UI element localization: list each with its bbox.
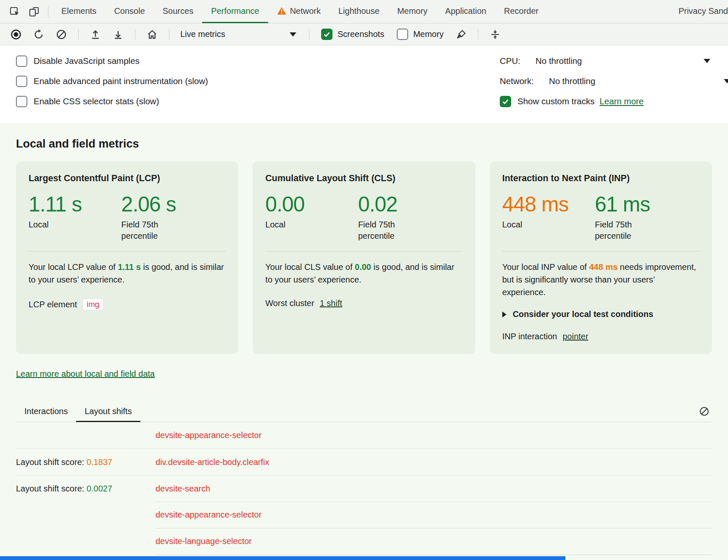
description-value: 1.11 s (118, 262, 141, 272)
checkbox-unchecked-icon (16, 96, 27, 107)
score-value: 0.0027 (87, 484, 112, 493)
reload-and-record-button[interactable] (29, 26, 49, 43)
local-value: 448 ms (502, 194, 595, 215)
garbage-collect-brush-icon[interactable] (451, 26, 471, 43)
layout-shift-row: devsite-appearance-selector (16, 502, 712, 528)
field-value: 61 ms (595, 194, 688, 215)
clear-button[interactable] (51, 26, 71, 43)
tab-label: Elements (61, 6, 96, 16)
lcp-card: Largest Contentful Paint (LCP) 1.11 s Lo… (16, 161, 238, 354)
checkbox-label: Disable JavaScript samples (34, 56, 140, 66)
layout-shift-row: devsite-appearance-selector (16, 422, 712, 449)
save-profile-icon[interactable] (108, 26, 128, 43)
live-metrics-view: Local and field metrics Largest Contentf… (0, 124, 728, 560)
disable-js-samples-checkbox[interactable]: Disable JavaScript samples (16, 54, 500, 68)
network-throttling-select[interactable]: Network: No throttling (500, 74, 712, 88)
expander-label: Consider your local test conditions (513, 309, 654, 319)
css-selector-stats-checkbox[interactable]: Enable CSS selector stats (slow) (16, 94, 500, 108)
learn-more-local-field-link[interactable]: Learn more about local and field data (16, 369, 155, 379)
load-profile-icon[interactable] (85, 26, 106, 43)
element-node-link[interactable]: devsite-appearance-selector (156, 431, 261, 440)
footer-label: INP interaction (502, 332, 557, 341)
element-node-link[interactable]: devsite-language-selector (156, 536, 252, 546)
inp-interaction-link[interactable]: pointer (562, 332, 588, 341)
element-node-link[interactable]: devsite-search (156, 484, 210, 494)
tab-application[interactable]: Application (436, 0, 495, 23)
tab-memory[interactable]: Memory (388, 0, 436, 23)
record-button[interactable] (6, 26, 26, 43)
tab-label: Recorder (504, 6, 538, 16)
element-cell: div.devsite-article-body.clearfix (156, 449, 712, 475)
custom-tracks-learn-more-link[interactable]: Learn more (599, 96, 644, 106)
tab-privacy-sandbox[interactable]: Privacy Sand (670, 0, 728, 23)
element-cell: devsite-appearance-selector (156, 422, 712, 449)
tab-sources[interactable]: Sources (154, 0, 202, 23)
tab-recorder[interactable]: Recorder (495, 0, 547, 23)
local-label: Local (29, 219, 92, 230)
home-icon[interactable] (142, 26, 162, 43)
layout-shift-row: Layout shift score: 0.1837 div.devsite-a… (16, 449, 712, 475)
metric-values: 1.11 s Local 2.06 s Field 75th percentil… (29, 194, 226, 242)
triangle-right-icon (502, 312, 506, 317)
inp-card: Interaction to Next Paint (INP) 448 ms L… (490, 161, 712, 354)
settings-pane: Disable JavaScript samples Enable advanc… (0, 45, 728, 124)
element-node-link[interactable]: div.devsite-article-body.clearfix (156, 457, 269, 467)
layout-shift-row: devsite-language-selector (16, 528, 712, 555)
device-toolbar-icon[interactable] (24, 0, 44, 23)
field-label: Field 75th percentile (121, 219, 185, 242)
memory-checkbox[interactable]: Memory (392, 29, 448, 40)
tab-interactions[interactable]: Interactions (16, 402, 76, 422)
divider (478, 29, 478, 40)
card-description: Your local CLS value of 0.00 is good, an… (265, 261, 462, 286)
tab-lighthouse[interactable]: Lighthouse (330, 0, 388, 23)
divider (309, 29, 309, 40)
inspect-element-icon[interactable] (5, 0, 24, 23)
score-value: 0.1837 (87, 457, 112, 467)
tab-console[interactable]: Console (105, 0, 153, 23)
divider (78, 29, 79, 40)
advanced-paint-instrumentation-checkbox[interactable]: Enable advanced paint instrumentation (s… (16, 74, 500, 88)
worst-cluster-row: Worst cluster 1 shift (265, 298, 462, 308)
tab-performance[interactable]: Performance (202, 0, 268, 23)
checkbox-checked-icon (321, 29, 332, 40)
local-value: 0.00 (265, 194, 358, 215)
local-test-conditions-expander[interactable]: Consider your local test conditions (502, 309, 699, 319)
element-cell: devsite-appearance-selector (156, 502, 712, 528)
worst-cluster-link[interactable]: 1 shift (320, 298, 342, 308)
collapse-tracks-icon[interactable] (485, 26, 505, 43)
divider (502, 251, 699, 251)
field-value-column: 61 ms Field 75th percentile (595, 194, 688, 242)
card-title: Interaction to Next Paint (INP) (502, 173, 699, 184)
card-title: Cumulative Layout Shift (CLS) (265, 173, 462, 184)
custom-tracks-checkbox[interactable] (500, 96, 511, 107)
card-description: Your local INP value of 448 ms needs imp… (502, 261, 699, 298)
view-mode-dropdown[interactable]: Live metrics (176, 26, 302, 43)
cls-card: Cumulative Layout Shift (CLS) 0.00 Local… (253, 161, 475, 354)
lcp-element-node-link[interactable]: img (82, 298, 103, 310)
card-description: Your local LCP value of 1.11 s is good, … (29, 261, 226, 286)
chevron-down-icon (290, 32, 296, 37)
clear-log-icon[interactable] (699, 406, 710, 417)
checkbox-label: Enable advanced paint instrumentation (s… (34, 76, 208, 86)
tab-label: Lighthouse (338, 6, 380, 16)
tab-network[interactable]: Network (268, 0, 330, 23)
tab-layout-shifts[interactable]: Layout shifts (76, 402, 140, 422)
metric-values: 0.00 Local 0.02 Field 75th percentile (265, 194, 462, 242)
cpu-throttling-select[interactable]: CPU: No throttling (500, 54, 712, 68)
cpu-label: CPU: (500, 56, 520, 66)
divider (169, 29, 169, 40)
throttling-settings: CPU: No throttling Network: No throttlin… (500, 54, 712, 114)
tab-label: Application (445, 6, 486, 16)
field-label: Field 75th percentile (595, 219, 658, 242)
tab-label: Sources (163, 6, 193, 16)
divider (29, 251, 226, 251)
lcp-element-row: LCP element img (29, 298, 226, 310)
tab-elements[interactable]: Elements (53, 0, 105, 23)
chevron-down-icon (704, 59, 710, 63)
card-title: Largest Contentful Paint (LCP) (29, 173, 226, 184)
tab-label: Layout shifts (84, 407, 132, 416)
screenshots-checkbox[interactable]: Screenshots (316, 29, 389, 40)
description-text: Your local INP value of (502, 262, 589, 272)
element-node-link[interactable]: devsite-appearance-selector (156, 510, 261, 520)
description-text: Your local LCP value of (29, 262, 118, 272)
